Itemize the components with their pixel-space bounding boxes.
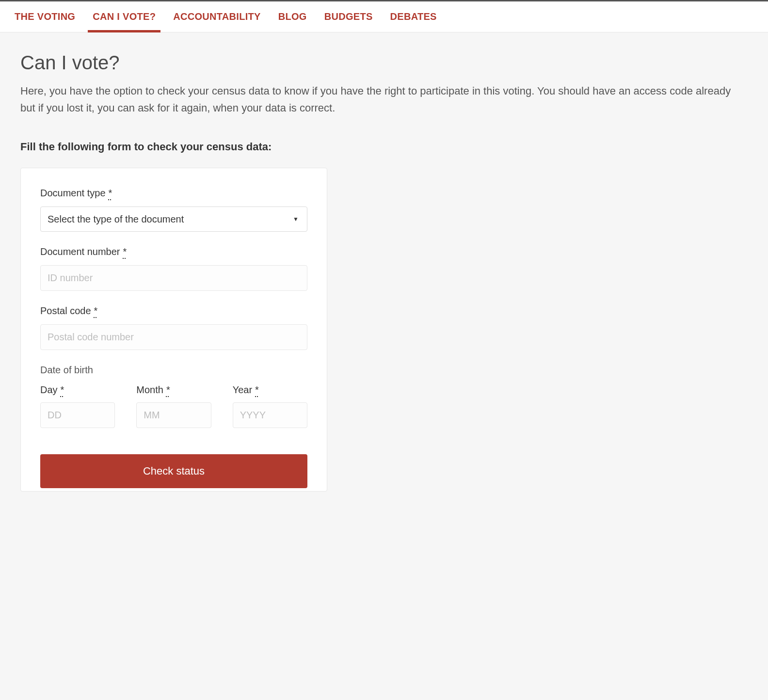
dob-year-label: Year* (233, 384, 307, 396)
required-mark: * (252, 384, 259, 395)
document-type-label-text: Document type (40, 188, 106, 198)
nav-blog[interactable]: BLOG (278, 1, 307, 32)
dob-year-input[interactable] (233, 402, 307, 428)
nav-accountability[interactable]: ACCOUNTABILITY (173, 1, 260, 32)
dob-title: Date of birth (40, 365, 307, 376)
document-number-group: Document number* (40, 246, 307, 291)
intro-text: Here, you have the option to check your … (20, 82, 748, 116)
required-mark: * (106, 188, 112, 198)
document-type-group: Document type* Select the type of the do… (40, 188, 307, 232)
dob-day-label-text: Day (40, 384, 58, 395)
required-mark: * (163, 384, 170, 395)
main-nav: THE VOTING CAN I VOTE? ACCOUNTABILITY BL… (0, 1, 768, 32)
nav-can-i-vote[interactable]: CAN I VOTE? (93, 1, 156, 32)
required-mark: * (120, 246, 127, 257)
check-status-button[interactable]: Check status (40, 454, 307, 488)
dob-group: Date of birth Day* Month* Year* (40, 365, 307, 428)
document-type-select[interactable]: Select the type of the document (40, 207, 307, 232)
dob-month-label-text: Month (136, 384, 163, 395)
dob-month-label: Month* (136, 384, 211, 396)
dob-day-label: Day* (40, 384, 115, 396)
page-title: Can I vote? (20, 52, 748, 74)
nav-debates[interactable]: DEBATES (390, 1, 437, 32)
document-number-label-text: Document number (40, 246, 120, 257)
document-number-label: Document number* (40, 246, 307, 257)
required-mark: * (91, 305, 98, 316)
postal-code-label-text: Postal code (40, 305, 91, 316)
nav-the-voting[interactable]: THE VOTING (15, 1, 75, 32)
required-mark: * (58, 384, 64, 395)
postal-code-label: Postal code* (40, 305, 307, 317)
dob-day-input[interactable] (40, 402, 115, 428)
dob-year-field: Year* (233, 384, 307, 428)
dob-day-field: Day* (40, 384, 115, 428)
dob-month-field: Month* (136, 384, 211, 428)
document-type-label: Document type* (40, 188, 307, 199)
document-type-select-wrapper: Select the type of the document ▼ (40, 207, 307, 232)
form-prompt: Fill the following form to check your ce… (20, 141, 748, 153)
dob-row: Day* Month* Year* (40, 384, 307, 428)
dob-year-label-text: Year (233, 384, 252, 395)
census-form: Document type* Select the type of the do… (20, 168, 327, 492)
dob-month-input[interactable] (136, 402, 211, 428)
postal-code-input[interactable] (40, 324, 307, 350)
postal-code-group: Postal code* (40, 305, 307, 350)
document-number-input[interactable] (40, 265, 307, 291)
nav-budgets[interactable]: BUDGETS (324, 1, 373, 32)
content-area: Can I vote? Here, you have the option to… (0, 32, 768, 521)
